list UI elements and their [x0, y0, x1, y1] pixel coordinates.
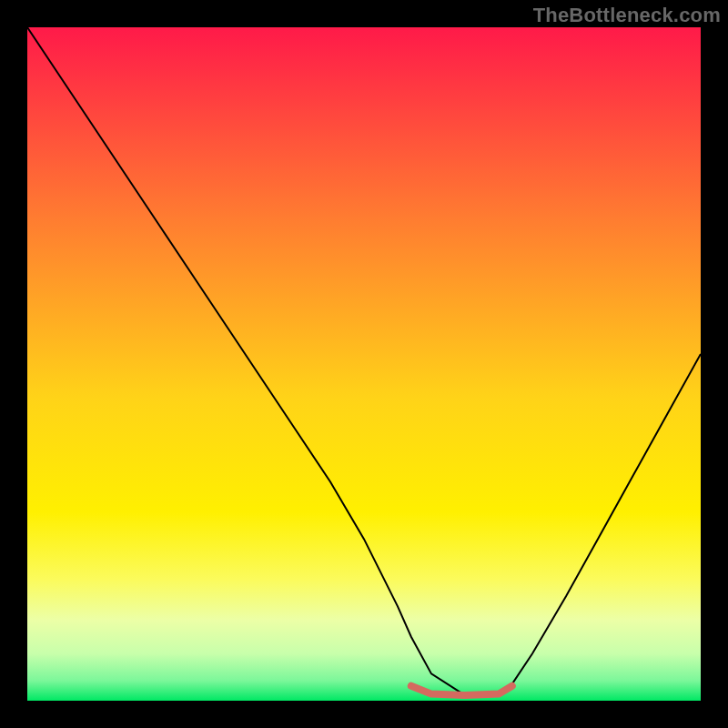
gradient-background	[27, 27, 701, 701]
watermark-text: TheBottleneck.com	[533, 4, 721, 27]
chart-frame: TheBottleneck.com	[0, 0, 728, 728]
plot-area	[27, 27, 701, 701]
bottleneck-chart	[27, 27, 701, 701]
